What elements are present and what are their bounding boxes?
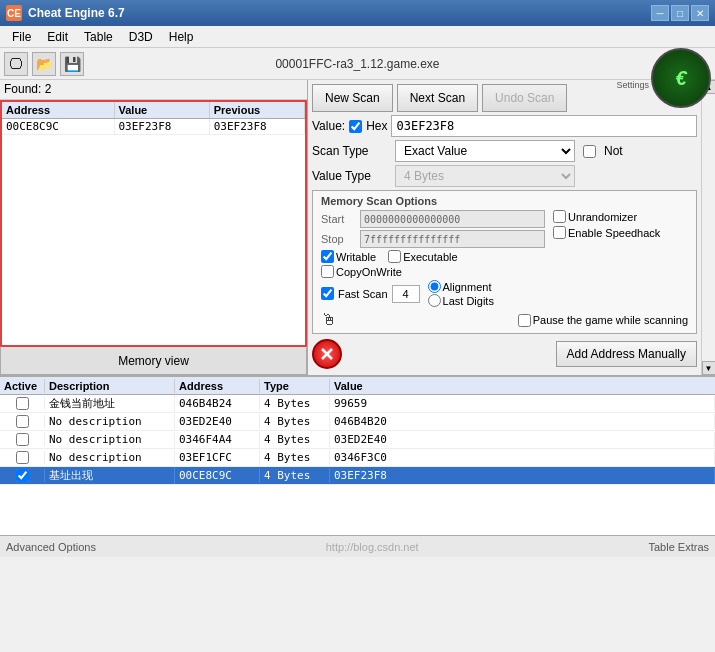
fast-scan-input[interactable] [392,285,420,303]
close-button[interactable]: ✕ [691,5,709,21]
minimize-button[interactable]: ─ [651,5,669,21]
memory-view-button[interactable]: Memory view [0,347,307,375]
scan-results-table[interactable]: Address Value Previous 00CE8C9C 03EF23F8… [0,100,307,347]
toolbar-btn-1[interactable]: 🖵 [4,52,28,76]
value-type-select[interactable]: 4 Bytes [395,165,575,187]
pause-game-label: Pause the game while scanning [518,314,688,327]
fast-scan-checkbox[interactable] [321,287,334,300]
pause-game-checkbox[interactable] [518,314,531,327]
row5-checkbox[interactable] [16,469,29,482]
last-digits-radio-label: Last Digits [428,294,494,307]
writable-check-label: Writable [321,250,376,263]
row4-active[interactable] [0,451,45,464]
start-input[interactable] [360,210,545,228]
bottom-icons-row: Add Address Manually [312,337,697,371]
bottom-scan-row: 🖱 Pause the game while scanning [321,311,688,329]
status-bar: Advanced Options http://blog.csdn.net Ta… [0,535,715,557]
row1-active[interactable] [0,397,45,410]
copy-on-write-checkbox[interactable] [321,265,334,278]
scroll-down-arrow[interactable]: ▼ [702,361,716,375]
found-count: Found: 2 [4,82,51,96]
row3-description: No description [45,432,175,447]
alignment-options: Alignment Last Digits [428,280,494,307]
advanced-options[interactable]: Advanced Options [6,541,96,553]
scan-cell-previous: 03EF23F8 [210,119,305,134]
scan-result-row[interactable]: 00CE8C9C 03EF23F8 03EF23F8 [2,119,305,135]
title-bar-controls: ─ □ ✕ [651,5,709,21]
table-extras[interactable]: Table Extras [648,541,709,553]
stop-label: Stop [321,233,356,245]
copy-on-write-row: CopyOnWrite [321,265,545,278]
table-row[interactable]: No description 03EF1CFC 4 Bytes 0346F3C0 [0,449,715,467]
stop-input[interactable] [360,230,545,248]
row3-checkbox[interactable] [16,433,29,446]
table-row-selected[interactable]: 基址出现 00CE8C9C 4 Bytes 03EF23F8 [0,467,715,485]
red-circle-button[interactable] [312,339,342,369]
row4-description: No description [45,450,175,465]
scan-type-row: Scan Type Exact Value Bigger than... Sma… [312,140,697,162]
table-row[interactable]: No description 0346F4A4 4 Bytes 03ED2E40 [0,431,715,449]
row2-active[interactable] [0,415,45,428]
table-row[interactable]: No description 03ED2E40 4 Bytes 046B4B20 [0,413,715,431]
maximize-button[interactable]: □ [671,5,689,21]
row1-checkbox[interactable] [16,397,29,410]
row4-address: 03EF1CFC [175,450,260,465]
hex-label: Hex [366,119,387,133]
col-description-header: Description [45,379,175,393]
not-checkbox[interactable] [583,145,596,158]
undo-scan-button[interactable]: Undo Scan [482,84,567,112]
alignment-radio[interactable] [428,280,441,293]
row5-address: 00CE8C9C [175,468,260,483]
value-input[interactable] [391,115,697,137]
menu-edit[interactable]: Edit [39,28,76,46]
row3-active[interactable] [0,433,45,446]
menu-help[interactable]: Help [161,28,202,46]
row3-address: 0346F4A4 [175,432,260,447]
scan-cell-address: 00CE8C9C [2,119,115,134]
ce-logo: € [651,48,711,108]
toolbar-btn-2[interactable]: 📂 [32,52,56,76]
add-address-button[interactable]: Add Address Manually [556,341,697,367]
last-digits-radio[interactable] [428,294,441,307]
writable-checkbox[interactable] [321,250,334,263]
address-table-section: Active Description Address Type Value 金钱… [0,375,715,535]
table-row[interactable]: 金钱当前地址 046B4B24 4 Bytes 99659 [0,395,715,413]
new-scan-button[interactable]: New Scan [312,84,393,112]
menu-table[interactable]: Table [76,28,121,46]
scan-type-label: Scan Type [312,144,387,158]
speedhack-text: Enable Speedhack [568,227,660,239]
scan-cell-value: 03EF23F8 [115,119,210,134]
scan-col-previous: Previous [210,102,305,118]
unrandomizer-checkbox[interactable] [553,210,566,223]
row4-type: 4 Bytes [260,450,330,465]
menu-d3d[interactable]: D3D [121,28,161,46]
title-bar: CE Cheat Engine 6.7 ─ □ ✕ [0,0,715,26]
hex-checkbox[interactable] [349,120,362,133]
speedhack-checkbox[interactable] [553,226,566,239]
toolbar-btn-3[interactable]: 💾 [60,52,84,76]
settings-label: Settings [616,80,649,90]
row4-checkbox[interactable] [16,451,29,464]
main-layout: Found: 2 Address Value Previous 00CE8C9C… [0,80,715,375]
scan-type-select[interactable]: Exact Value Bigger than... Smaller than.… [395,140,575,162]
memory-options-left: Start Stop Writable [321,210,545,309]
row5-active[interactable] [0,469,45,482]
right-scrollbar[interactable]: ▲ ▼ [701,80,715,375]
col-value-header: Value [330,379,715,393]
menu-file[interactable]: File [4,28,39,46]
start-row: Start [321,210,545,228]
watermark: http://blog.csdn.net [326,541,419,553]
next-scan-button[interactable]: Next Scan [397,84,478,112]
pointer-icon[interactable]: 🖱 [321,311,337,329]
row2-checkbox[interactable] [16,415,29,428]
row5-value: 03EF23F8 [330,468,715,483]
executable-label: Executable [403,251,457,263]
toolbar: 🖵 📂 💾 00001FFC-ra3_1.12.game.exe € Setti… [0,48,715,80]
window-title: 00001FFC-ra3_1.12.game.exe [275,57,439,71]
memory-options-right: Unrandomizer Enable Speedhack [553,210,688,309]
executable-checkbox[interactable] [388,250,401,263]
pause-game-text: Pause the game while scanning [533,314,688,326]
address-table-body[interactable]: 金钱当前地址 046B4B24 4 Bytes 99659 No descrip… [0,395,715,535]
menu-bar: File Edit Table D3D Help [0,26,715,48]
row1-address: 046B4B24 [175,396,260,411]
